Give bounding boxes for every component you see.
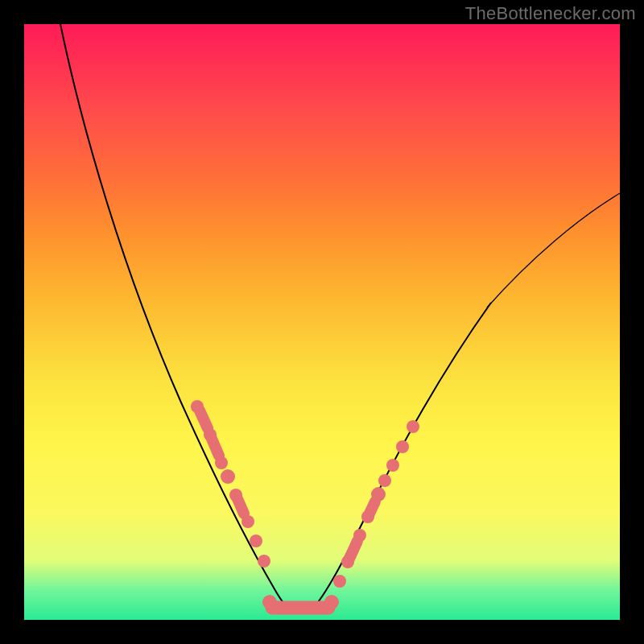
data-marker-seg xyxy=(200,411,208,428)
data-marker xyxy=(221,469,235,484)
data-marker-seg xyxy=(369,502,375,515)
data-marker xyxy=(250,535,262,547)
data-marker-seg xyxy=(212,439,219,456)
data-marker xyxy=(324,595,339,609)
chart-frame: TheBottlenecker.com xyxy=(0,0,644,644)
plot-area xyxy=(24,24,620,620)
curve-svg xyxy=(24,24,620,620)
data-marker xyxy=(371,487,386,502)
data-marker xyxy=(378,474,391,487)
data-marker xyxy=(386,459,399,472)
data-marker xyxy=(396,440,409,453)
data-marker-seg xyxy=(349,541,357,559)
data-marker xyxy=(407,420,419,433)
data-marker xyxy=(258,555,270,568)
curve-left-branch xyxy=(60,24,294,612)
curve-right-branch-upper xyxy=(487,193,620,308)
data-marker xyxy=(353,529,366,542)
data-marker xyxy=(242,515,254,528)
data-marker xyxy=(333,575,346,588)
curve-right-branch-lower xyxy=(310,303,491,612)
data-marker-seg xyxy=(236,495,244,514)
marker-group xyxy=(191,400,419,609)
data-marker xyxy=(262,595,277,609)
data-marker xyxy=(215,456,228,469)
watermark-text: TheBottlenecker.com xyxy=(465,3,636,24)
